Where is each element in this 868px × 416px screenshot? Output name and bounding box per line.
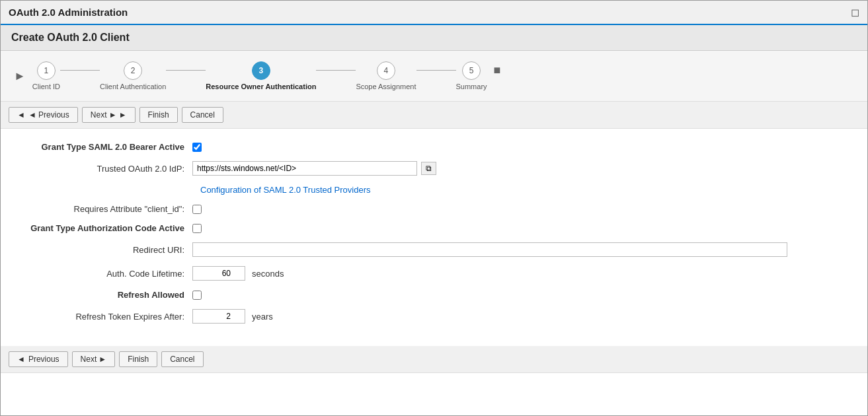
auth-code-row: Auth. Code Lifetime: seconds xyxy=(20,266,848,281)
cancel-button-top[interactable]: Cancel xyxy=(182,107,223,123)
config-link-row: Configuration of SAML 2.0 Trusted Provid… xyxy=(200,185,848,195)
form-area: Grant Type SAML 2.0 Bearer Active Truste… xyxy=(1,129,867,346)
grant-type-saml-label: Grant Type SAML 2.0 Bearer Active xyxy=(20,142,192,152)
step-label-3: Resource Owner Authentication xyxy=(206,83,316,90)
main-window: OAuth 2.0 Administration ◻ Create OAuth … xyxy=(0,0,868,416)
trusted-idp-label: Trusted OAuth 2.0 IdP: xyxy=(20,164,192,174)
trusted-idp-input[interactable] xyxy=(192,161,417,176)
refresh-allowed-checkbox[interactable] xyxy=(192,291,202,300)
wizard-step-4: 4 Scope Assignment xyxy=(356,61,416,90)
step-label-4: Scope Assignment xyxy=(356,83,416,90)
window-title: OAuth 2.0 Administration xyxy=(9,7,128,18)
step-circle-3: 3 xyxy=(252,61,270,80)
next-icon-bottom: ► xyxy=(99,355,106,364)
grant-type-auth-row: Grant Type Authorization Code Active xyxy=(20,223,848,233)
step-circle-2: 2 xyxy=(124,61,142,80)
page-title: Create OAuth 2.0 Client xyxy=(11,32,130,43)
refresh-allowed-label: Refresh Allowed xyxy=(20,290,192,300)
title-bar: OAuth 2.0 Administration ◻ xyxy=(1,1,867,25)
auth-code-label: Auth. Code Lifetime: xyxy=(20,269,192,279)
finish-button-bottom[interactable]: Finish xyxy=(119,351,157,367)
refresh-token-control: years xyxy=(192,309,273,324)
auth-code-control: seconds xyxy=(192,266,284,281)
refresh-token-unit: years xyxy=(252,312,273,322)
redirect-uri-control xyxy=(192,242,787,257)
grant-type-auth-label: Grant Type Authorization Code Active xyxy=(20,223,192,233)
step-connector-1-2 xyxy=(60,70,100,71)
cancel-button-bottom[interactable]: Cancel xyxy=(161,351,203,367)
refresh-allowed-control xyxy=(192,291,202,300)
grant-type-saml-control xyxy=(192,143,202,152)
next-button-bottom[interactable]: Next ► xyxy=(72,351,116,367)
copy-idp-button[interactable]: ⧉ xyxy=(421,162,436,175)
next-button-top[interactable]: Next ► ► xyxy=(82,107,136,123)
refresh-token-input[interactable] xyxy=(192,309,245,324)
requires-attr-row: Requires Attribute "client_id": xyxy=(20,204,848,214)
redirect-uri-label: Redirect URI: xyxy=(20,245,192,255)
config-saml-link[interactable]: Configuration of SAML 2.0 Trusted Provid… xyxy=(200,185,370,195)
wizard-start-icon: ► xyxy=(14,69,26,83)
step-circle-4: 4 xyxy=(377,61,395,80)
step-connector-2-3 xyxy=(166,70,206,71)
redirect-uri-row: Redirect URI: xyxy=(20,242,848,257)
requires-attr-checkbox[interactable] xyxy=(192,205,202,214)
auth-code-unit: seconds xyxy=(252,269,284,279)
restore-icon[interactable]: ◻ xyxy=(851,6,859,18)
step-circle-5: 5 xyxy=(462,61,481,80)
wizard-end-icon: ■ xyxy=(494,63,501,77)
previous-button-top[interactable]: ◄ ◄ Previous xyxy=(9,107,78,123)
grant-type-auth-checkbox[interactable] xyxy=(192,224,202,233)
next-icon-top: ► xyxy=(119,110,127,120)
refresh-allowed-row: Refresh Allowed xyxy=(20,290,848,300)
requires-attr-control xyxy=(192,205,202,214)
bottom-toolbar: ◄ Previous Next ► Finish Cancel xyxy=(1,346,867,373)
wizard-step-5: 5 Summary xyxy=(456,61,487,90)
step-label-1: Client ID xyxy=(32,83,60,90)
auth-code-input[interactable] xyxy=(192,266,245,281)
grant-type-saml-checkbox[interactable] xyxy=(192,143,202,152)
step-circle-1: 1 xyxy=(37,61,56,80)
trusted-idp-control: ⧉ xyxy=(192,161,436,176)
step-connector-4-5 xyxy=(416,70,456,71)
finish-button-top[interactable]: Finish xyxy=(139,107,178,123)
step-connector-3-4 xyxy=(316,70,356,71)
trusted-idp-row: Trusted OAuth 2.0 IdP: ⧉ xyxy=(20,161,848,176)
step-label-2: Client Authentication xyxy=(100,83,166,90)
wizard-step-1: 1 Client ID xyxy=(32,61,60,90)
requires-attr-label: Requires Attribute "client_id": xyxy=(20,204,192,214)
page-header: Create OAuth 2.0 Client xyxy=(1,25,867,51)
previous-icon-top: ◄ xyxy=(17,110,25,120)
previous-icon-bottom: ◄ xyxy=(17,355,25,364)
step-label-5: Summary xyxy=(456,83,487,90)
redirect-uri-input[interactable] xyxy=(192,242,787,257)
grant-type-saml-row: Grant Type SAML 2.0 Bearer Active xyxy=(20,142,848,152)
refresh-token-row: Refresh Token Expires After: years xyxy=(20,309,848,324)
wizard-steps: ► 1 Client ID 2 Client Authentication 3 … xyxy=(1,51,867,102)
refresh-token-label: Refresh Token Expires After: xyxy=(20,312,192,322)
wizard-step-2: 2 Client Authentication xyxy=(100,61,166,90)
previous-button-bottom[interactable]: ◄ Previous xyxy=(9,351,68,367)
grant-type-auth-control xyxy=(192,224,202,233)
top-toolbar: ◄ ◄ Previous Next ► ► Finish Cancel xyxy=(1,102,867,129)
wizard-step-3: 3 Resource Owner Authentication xyxy=(206,61,316,90)
